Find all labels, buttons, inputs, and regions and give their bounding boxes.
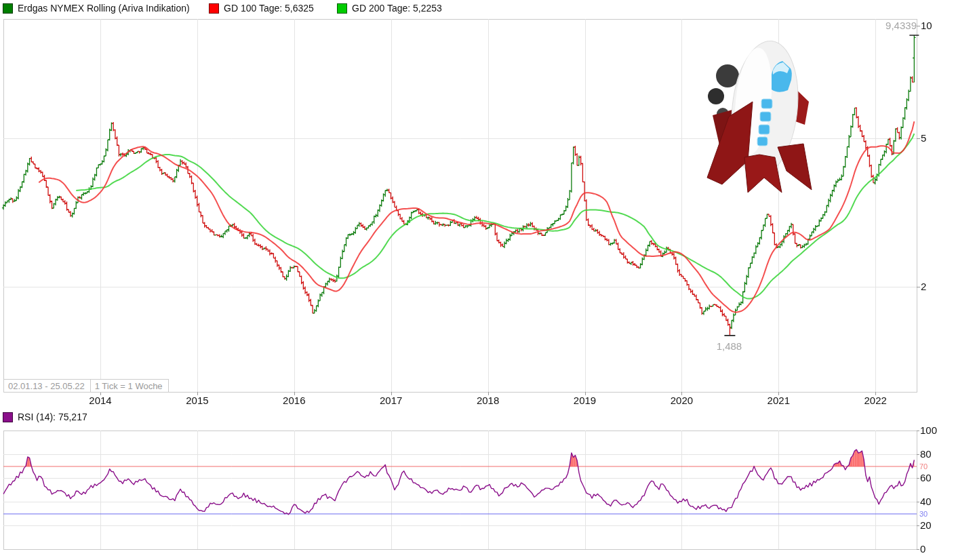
year-axis-tick: 2019 [570, 395, 600, 406]
rocket-icon [702, 22, 817, 198]
series-legend-label: Erdgas NYMEX Rolling (Ariva Indikation) [18, 3, 190, 14]
rsi-axis-tick: 40 [920, 496, 932, 507]
year-axis-tick: 2021 [763, 395, 793, 406]
year-axis-tick: 2015 [182, 395, 212, 406]
rsi-legend: RSI (14): 75,217 [3, 411, 87, 423]
tick-interval-label: 1 Tick = 1 Woche [91, 379, 169, 393]
year-axis-tick: 2014 [85, 395, 115, 406]
rsi-axis-tick: 20 [920, 520, 932, 531]
last-price-annotation: 9,4339 [885, 20, 917, 31]
chart-info-box: 02.01.13 - 25.05.22 1 Tick = 1 Woche [3, 379, 169, 393]
gd200-legend: GD 200 Tage: 5,2253 [337, 2, 442, 14]
rsi-axis-tick: 80 [920, 449, 932, 460]
rsi-threshold-tick: 70 [919, 462, 928, 471]
price-axis-tick: 2 [921, 281, 926, 292]
year-axis-tick: 2017 [376, 395, 406, 406]
rsi-color-swatch [3, 412, 13, 422]
rsi-axis-tick: 60 [920, 473, 932, 483]
year-axis-tick: 2020 [666, 395, 696, 406]
gd200-legend-label: GD 200 Tage: 5,2253 [352, 3, 442, 14]
year-axis-tick: 2016 [279, 395, 309, 406]
gd100-color-swatch [209, 3, 219, 14]
price-axis-tick: 5 [921, 133, 926, 144]
series-legend: Erdgas NYMEX Rolling (Ariva Indikation) [3, 2, 190, 14]
gd100-legend: GD 100 Tage: 5,6325 [209, 2, 314, 14]
chart-page: Erdgas NYMEX Rolling (Ariva Indikation) … [0, 0, 956, 560]
rsi-threshold-tick: 30 [919, 510, 928, 518]
gd100-legend-label: GD 100 Tage: 5,6325 [224, 3, 314, 14]
price-axis-tick: 10 [921, 20, 932, 31]
rsi-legend-label: RSI (14): 75,217 [18, 412, 87, 422]
year-axis-tick: 2022 [860, 395, 890, 406]
date-range-label: 02.01.13 - 25.05.22 [3, 379, 91, 393]
rsi-axis-tick: 0 [920, 544, 925, 555]
rsi-axis-tick: 100 [920, 425, 937, 436]
gd200-color-swatch [337, 3, 347, 14]
low-price-annotation: 1,488 [707, 340, 751, 352]
series-color-swatch [3, 3, 13, 14]
year-axis-tick: 2018 [473, 395, 503, 406]
